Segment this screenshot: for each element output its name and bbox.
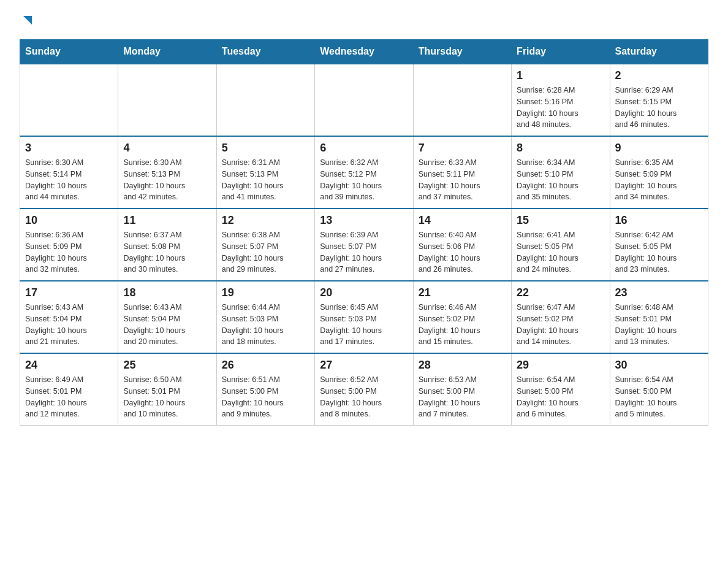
- page-header: [20, 15, 708, 28]
- day-number: 28: [419, 359, 506, 372]
- day-number: 24: [25, 359, 113, 372]
- day-info: Sunrise: 6:36 AMSunset: 5:09 PMDaylight:…: [25, 229, 113, 275]
- calendar-day-cell: [216, 64, 314, 136]
- day-info: Sunrise: 6:34 AMSunset: 5:10 PMDaylight:…: [517, 157, 604, 203]
- weekday-header-row: Sunday Monday Tuesday Wednesday Thursday…: [20, 40, 708, 64]
- day-number: 11: [123, 214, 211, 227]
- calendar-day-cell: 12Sunrise: 6:38 AMSunset: 5:07 PMDayligh…: [216, 209, 314, 281]
- calendar-day-cell: 2Sunrise: 6:29 AMSunset: 5:15 PMDaylight…: [610, 64, 708, 136]
- calendar-day-cell: 8Sunrise: 6:34 AMSunset: 5:10 PMDaylight…: [512, 136, 610, 209]
- day-info: Sunrise: 6:53 AMSunset: 5:00 PMDaylight:…: [419, 374, 506, 420]
- calendar-day-cell: [315, 64, 413, 136]
- day-info: Sunrise: 6:45 AMSunset: 5:03 PMDaylight:…: [320, 302, 408, 348]
- calendar-body: 1Sunrise: 6:28 AMSunset: 5:16 PMDaylight…: [20, 64, 708, 426]
- calendar-day-cell: 4Sunrise: 6:30 AMSunset: 5:13 PMDaylight…: [118, 136, 216, 209]
- header-sunday: Sunday: [20, 40, 118, 64]
- calendar-day-cell: 6Sunrise: 6:32 AMSunset: 5:12 PMDaylight…: [315, 136, 413, 209]
- day-info: Sunrise: 6:43 AMSunset: 5:04 PMDaylight:…: [123, 302, 211, 348]
- day-number: 19: [222, 286, 309, 299]
- calendar-day-cell: 20Sunrise: 6:45 AMSunset: 5:03 PMDayligh…: [315, 281, 413, 353]
- day-number: 10: [25, 214, 113, 227]
- calendar-day-cell: 30Sunrise: 6:54 AMSunset: 5:00 PMDayligh…: [610, 353, 708, 426]
- day-number: 25: [123, 359, 211, 372]
- calendar-week-row: 10Sunrise: 6:36 AMSunset: 5:09 PMDayligh…: [20, 209, 708, 281]
- day-number: 15: [517, 214, 604, 227]
- calendar-week-row: 24Sunrise: 6:49 AMSunset: 5:01 PMDayligh…: [20, 353, 708, 426]
- day-number: 7: [419, 142, 506, 155]
- calendar-day-cell: 23Sunrise: 6:48 AMSunset: 5:01 PMDayligh…: [610, 281, 708, 353]
- day-number: 22: [517, 286, 604, 299]
- day-info: Sunrise: 6:52 AMSunset: 5:00 PMDaylight:…: [320, 374, 408, 420]
- calendar-day-cell: 21Sunrise: 6:46 AMSunset: 5:02 PMDayligh…: [413, 281, 511, 353]
- day-number: 26: [222, 359, 309, 372]
- calendar-day-cell: 11Sunrise: 6:37 AMSunset: 5:08 PMDayligh…: [118, 209, 216, 281]
- day-number: 2: [615, 69, 703, 82]
- calendar-day-cell: 3Sunrise: 6:30 AMSunset: 5:14 PMDaylight…: [20, 136, 118, 209]
- day-info: Sunrise: 6:35 AMSunset: 5:09 PMDaylight:…: [615, 157, 703, 203]
- day-number: 6: [320, 142, 408, 155]
- calendar-day-cell: 19Sunrise: 6:44 AMSunset: 5:03 PMDayligh…: [216, 281, 314, 353]
- calendar-day-cell: [118, 64, 216, 136]
- day-info: Sunrise: 6:49 AMSunset: 5:01 PMDaylight:…: [25, 374, 113, 420]
- day-number: 9: [615, 142, 703, 155]
- header-tuesday: Tuesday: [216, 40, 314, 64]
- logo-arrow-icon: [21, 15, 34, 28]
- day-number: 1: [517, 69, 604, 82]
- calendar-day-cell: 5Sunrise: 6:31 AMSunset: 5:13 PMDaylight…: [216, 136, 314, 209]
- day-number: 30: [615, 359, 703, 372]
- day-number: 3: [25, 142, 113, 155]
- day-info: Sunrise: 6:30 AMSunset: 5:13 PMDaylight:…: [123, 157, 211, 203]
- day-number: 4: [123, 142, 211, 155]
- day-info: Sunrise: 6:38 AMSunset: 5:07 PMDaylight:…: [222, 229, 309, 275]
- header-saturday: Saturday: [610, 40, 708, 64]
- header-monday: Monday: [118, 40, 216, 64]
- day-info: Sunrise: 6:42 AMSunset: 5:05 PMDaylight:…: [615, 229, 703, 275]
- day-info: Sunrise: 6:40 AMSunset: 5:06 PMDaylight:…: [419, 229, 506, 275]
- day-number: 12: [222, 214, 309, 227]
- calendar-week-row: 3Sunrise: 6:30 AMSunset: 5:14 PMDaylight…: [20, 136, 708, 209]
- header-thursday: Thursday: [413, 40, 511, 64]
- calendar-week-row: 17Sunrise: 6:43 AMSunset: 5:04 PMDayligh…: [20, 281, 708, 353]
- day-info: Sunrise: 6:29 AMSunset: 5:15 PMDaylight:…: [615, 85, 703, 131]
- day-number: 23: [615, 286, 703, 299]
- day-number: 5: [222, 142, 309, 155]
- day-info: Sunrise: 6:54 AMSunset: 5:00 PMDaylight:…: [615, 374, 703, 420]
- day-info: Sunrise: 6:37 AMSunset: 5:08 PMDaylight:…: [123, 229, 211, 275]
- day-number: 16: [615, 214, 703, 227]
- calendar-day-cell: 14Sunrise: 6:40 AMSunset: 5:06 PMDayligh…: [413, 209, 511, 281]
- header-wednesday: Wednesday: [315, 40, 413, 64]
- calendar-day-cell: 25Sunrise: 6:50 AMSunset: 5:01 PMDayligh…: [118, 353, 216, 426]
- calendar-day-cell: 10Sunrise: 6:36 AMSunset: 5:09 PMDayligh…: [20, 209, 118, 281]
- calendar-day-cell: 9Sunrise: 6:35 AMSunset: 5:09 PMDaylight…: [610, 136, 708, 209]
- calendar-table: Sunday Monday Tuesday Wednesday Thursday…: [20, 39, 708, 426]
- calendar-day-cell: 1Sunrise: 6:28 AMSunset: 5:16 PMDaylight…: [512, 64, 610, 136]
- calendar-day-cell: 16Sunrise: 6:42 AMSunset: 5:05 PMDayligh…: [610, 209, 708, 281]
- day-info: Sunrise: 6:51 AMSunset: 5:00 PMDaylight:…: [222, 374, 309, 420]
- day-info: Sunrise: 6:30 AMSunset: 5:14 PMDaylight:…: [25, 157, 113, 203]
- day-number: 13: [320, 214, 408, 227]
- calendar-day-cell: 26Sunrise: 6:51 AMSunset: 5:00 PMDayligh…: [216, 353, 314, 426]
- day-info: Sunrise: 6:47 AMSunset: 5:02 PMDaylight:…: [517, 302, 604, 348]
- calendar-day-cell: [20, 64, 118, 136]
- day-number: 17: [25, 286, 113, 299]
- day-number: 18: [123, 286, 211, 299]
- day-info: Sunrise: 6:41 AMSunset: 5:05 PMDaylight:…: [517, 229, 604, 275]
- calendar-day-cell: 29Sunrise: 6:54 AMSunset: 5:00 PMDayligh…: [512, 353, 610, 426]
- calendar-day-cell: 24Sunrise: 6:49 AMSunset: 5:01 PMDayligh…: [20, 353, 118, 426]
- day-number: 27: [320, 359, 408, 372]
- day-info: Sunrise: 6:32 AMSunset: 5:12 PMDaylight:…: [320, 157, 408, 203]
- day-number: 20: [320, 286, 408, 299]
- day-number: 29: [517, 359, 604, 372]
- day-info: Sunrise: 6:39 AMSunset: 5:07 PMDaylight:…: [320, 229, 408, 275]
- day-info: Sunrise: 6:43 AMSunset: 5:04 PMDaylight:…: [25, 302, 113, 348]
- day-info: Sunrise: 6:44 AMSunset: 5:03 PMDaylight:…: [222, 302, 309, 348]
- calendar-day-cell: [413, 64, 511, 136]
- calendar-day-cell: 13Sunrise: 6:39 AMSunset: 5:07 PMDayligh…: [315, 209, 413, 281]
- day-number: 8: [517, 142, 604, 155]
- calendar-day-cell: 17Sunrise: 6:43 AMSunset: 5:04 PMDayligh…: [20, 281, 118, 353]
- logo-blue: [20, 15, 34, 28]
- svg-marker-0: [23, 16, 32, 25]
- day-info: Sunrise: 6:50 AMSunset: 5:01 PMDaylight:…: [123, 374, 211, 420]
- day-number: 21: [419, 286, 506, 299]
- day-number: 14: [419, 214, 506, 227]
